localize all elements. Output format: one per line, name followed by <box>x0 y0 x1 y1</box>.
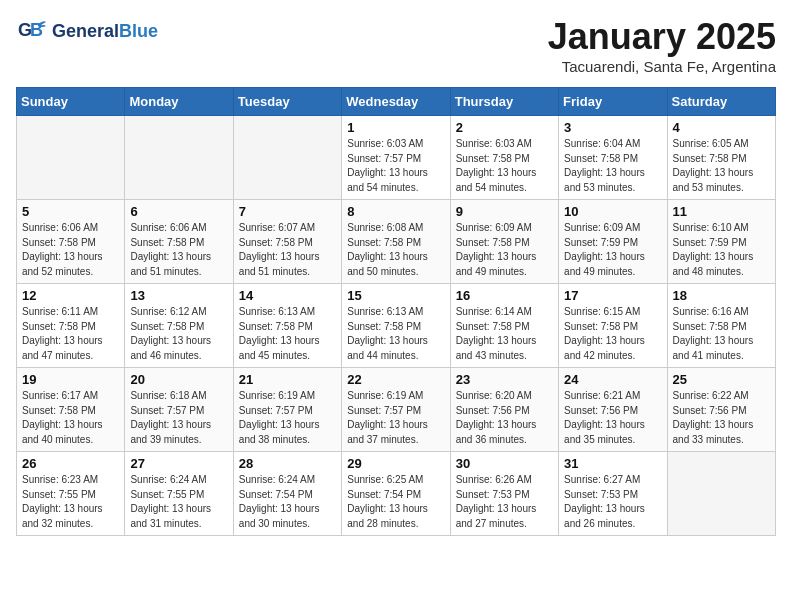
title-area: January 2025 Tacuarendi, Santa Fe, Argen… <box>548 16 776 75</box>
day-info: Sunrise: 6:08 AMSunset: 7:58 PMDaylight:… <box>347 221 444 279</box>
day-info: Sunrise: 6:06 AMSunset: 7:58 PMDaylight:… <box>130 221 227 279</box>
calendar-cell: 13Sunrise: 6:12 AMSunset: 7:58 PMDayligh… <box>125 284 233 368</box>
day-info: Sunrise: 6:23 AMSunset: 7:55 PMDaylight:… <box>22 473 119 531</box>
calendar-week-row: 1Sunrise: 6:03 AMSunset: 7:57 PMDaylight… <box>17 116 776 200</box>
calendar-cell: 16Sunrise: 6:14 AMSunset: 7:58 PMDayligh… <box>450 284 558 368</box>
calendar-cell: 28Sunrise: 6:24 AMSunset: 7:54 PMDayligh… <box>233 452 341 536</box>
weekday-header: Wednesday <box>342 88 450 116</box>
day-info: Sunrise: 6:03 AMSunset: 7:58 PMDaylight:… <box>456 137 553 195</box>
calendar-cell: 14Sunrise: 6:13 AMSunset: 7:58 PMDayligh… <box>233 284 341 368</box>
day-info: Sunrise: 6:06 AMSunset: 7:58 PMDaylight:… <box>22 221 119 279</box>
day-number: 15 <box>347 288 444 303</box>
day-number: 29 <box>347 456 444 471</box>
day-number: 3 <box>564 120 661 135</box>
day-info: Sunrise: 6:03 AMSunset: 7:57 PMDaylight:… <box>347 137 444 195</box>
calendar-cell: 31Sunrise: 6:27 AMSunset: 7:53 PMDayligh… <box>559 452 667 536</box>
logo-general: General <box>52 21 119 41</box>
weekday-header: Sunday <box>17 88 125 116</box>
calendar-cell: 24Sunrise: 6:21 AMSunset: 7:56 PMDayligh… <box>559 368 667 452</box>
day-number: 8 <box>347 204 444 219</box>
day-info: Sunrise: 6:15 AMSunset: 7:58 PMDaylight:… <box>564 305 661 363</box>
day-info: Sunrise: 6:11 AMSunset: 7:58 PMDaylight:… <box>22 305 119 363</box>
calendar-cell: 11Sunrise: 6:10 AMSunset: 7:59 PMDayligh… <box>667 200 775 284</box>
calendar-cell <box>233 116 341 200</box>
calendar-week-row: 5Sunrise: 6:06 AMSunset: 7:58 PMDaylight… <box>17 200 776 284</box>
calendar-cell: 30Sunrise: 6:26 AMSunset: 7:53 PMDayligh… <box>450 452 558 536</box>
calendar-cell: 15Sunrise: 6:13 AMSunset: 7:58 PMDayligh… <box>342 284 450 368</box>
day-number: 22 <box>347 372 444 387</box>
day-info: Sunrise: 6:10 AMSunset: 7:59 PMDaylight:… <box>673 221 770 279</box>
weekday-header-row: SundayMondayTuesdayWednesdayThursdayFrid… <box>17 88 776 116</box>
calendar-cell: 7Sunrise: 6:07 AMSunset: 7:58 PMDaylight… <box>233 200 341 284</box>
day-number: 23 <box>456 372 553 387</box>
day-info: Sunrise: 6:22 AMSunset: 7:56 PMDaylight:… <box>673 389 770 447</box>
calendar-cell: 19Sunrise: 6:17 AMSunset: 7:58 PMDayligh… <box>17 368 125 452</box>
day-number: 12 <box>22 288 119 303</box>
day-info: Sunrise: 6:07 AMSunset: 7:58 PMDaylight:… <box>239 221 336 279</box>
calendar-cell: 6Sunrise: 6:06 AMSunset: 7:58 PMDaylight… <box>125 200 233 284</box>
day-info: Sunrise: 6:19 AMSunset: 7:57 PMDaylight:… <box>239 389 336 447</box>
day-number: 10 <box>564 204 661 219</box>
day-info: Sunrise: 6:26 AMSunset: 7:53 PMDaylight:… <box>456 473 553 531</box>
weekday-header: Monday <box>125 88 233 116</box>
location-title: Tacuarendi, Santa Fe, Argentina <box>548 58 776 75</box>
day-info: Sunrise: 6:14 AMSunset: 7:58 PMDaylight:… <box>456 305 553 363</box>
day-number: 7 <box>239 204 336 219</box>
day-info: Sunrise: 6:16 AMSunset: 7:58 PMDaylight:… <box>673 305 770 363</box>
day-number: 13 <box>130 288 227 303</box>
day-number: 16 <box>456 288 553 303</box>
day-number: 2 <box>456 120 553 135</box>
calendar-cell: 10Sunrise: 6:09 AMSunset: 7:59 PMDayligh… <box>559 200 667 284</box>
calendar-cell <box>17 116 125 200</box>
day-number: 11 <box>673 204 770 219</box>
calendar-cell: 18Sunrise: 6:16 AMSunset: 7:58 PMDayligh… <box>667 284 775 368</box>
calendar-cell: 9Sunrise: 6:09 AMSunset: 7:58 PMDaylight… <box>450 200 558 284</box>
calendar-cell: 27Sunrise: 6:24 AMSunset: 7:55 PMDayligh… <box>125 452 233 536</box>
day-number: 4 <box>673 120 770 135</box>
day-number: 26 <box>22 456 119 471</box>
day-info: Sunrise: 6:17 AMSunset: 7:58 PMDaylight:… <box>22 389 119 447</box>
calendar-cell: 4Sunrise: 6:05 AMSunset: 7:58 PMDaylight… <box>667 116 775 200</box>
day-info: Sunrise: 6:24 AMSunset: 7:54 PMDaylight:… <box>239 473 336 531</box>
calendar-week-row: 26Sunrise: 6:23 AMSunset: 7:55 PMDayligh… <box>17 452 776 536</box>
day-number: 27 <box>130 456 227 471</box>
day-info: Sunrise: 6:05 AMSunset: 7:58 PMDaylight:… <box>673 137 770 195</box>
day-info: Sunrise: 6:19 AMSunset: 7:57 PMDaylight:… <box>347 389 444 447</box>
calendar-cell: 20Sunrise: 6:18 AMSunset: 7:57 PMDayligh… <box>125 368 233 452</box>
day-info: Sunrise: 6:21 AMSunset: 7:56 PMDaylight:… <box>564 389 661 447</box>
calendar-cell <box>125 116 233 200</box>
day-number: 25 <box>673 372 770 387</box>
day-info: Sunrise: 6:27 AMSunset: 7:53 PMDaylight:… <box>564 473 661 531</box>
day-number: 9 <box>456 204 553 219</box>
calendar-cell: 26Sunrise: 6:23 AMSunset: 7:55 PMDayligh… <box>17 452 125 536</box>
calendar-cell: 2Sunrise: 6:03 AMSunset: 7:58 PMDaylight… <box>450 116 558 200</box>
weekday-header: Thursday <box>450 88 558 116</box>
day-number: 18 <box>673 288 770 303</box>
day-info: Sunrise: 6:09 AMSunset: 7:59 PMDaylight:… <box>564 221 661 279</box>
day-info: Sunrise: 6:12 AMSunset: 7:58 PMDaylight:… <box>130 305 227 363</box>
day-number: 19 <box>22 372 119 387</box>
day-info: Sunrise: 6:24 AMSunset: 7:55 PMDaylight:… <box>130 473 227 531</box>
calendar-cell: 5Sunrise: 6:06 AMSunset: 7:58 PMDaylight… <box>17 200 125 284</box>
header: G B GeneralBlue January 2025 Tacuarendi,… <box>16 16 776 75</box>
calendar-cell: 17Sunrise: 6:15 AMSunset: 7:58 PMDayligh… <box>559 284 667 368</box>
calendar-cell: 29Sunrise: 6:25 AMSunset: 7:54 PMDayligh… <box>342 452 450 536</box>
logo-blue-text: Blue <box>119 21 158 41</box>
calendar-cell: 21Sunrise: 6:19 AMSunset: 7:57 PMDayligh… <box>233 368 341 452</box>
calendar-table: SundayMondayTuesdayWednesdayThursdayFrid… <box>16 87 776 536</box>
day-number: 6 <box>130 204 227 219</box>
calendar-cell: 23Sunrise: 6:20 AMSunset: 7:56 PMDayligh… <box>450 368 558 452</box>
calendar-cell: 22Sunrise: 6:19 AMSunset: 7:57 PMDayligh… <box>342 368 450 452</box>
month-title: January 2025 <box>548 16 776 58</box>
day-info: Sunrise: 6:13 AMSunset: 7:58 PMDaylight:… <box>239 305 336 363</box>
calendar-cell <box>667 452 775 536</box>
calendar-cell: 1Sunrise: 6:03 AMSunset: 7:57 PMDaylight… <box>342 116 450 200</box>
day-info: Sunrise: 6:13 AMSunset: 7:58 PMDaylight:… <box>347 305 444 363</box>
day-info: Sunrise: 6:09 AMSunset: 7:58 PMDaylight:… <box>456 221 553 279</box>
day-number: 1 <box>347 120 444 135</box>
weekday-header: Friday <box>559 88 667 116</box>
day-number: 24 <box>564 372 661 387</box>
day-number: 17 <box>564 288 661 303</box>
day-number: 14 <box>239 288 336 303</box>
logo: G B GeneralBlue <box>16 16 158 48</box>
